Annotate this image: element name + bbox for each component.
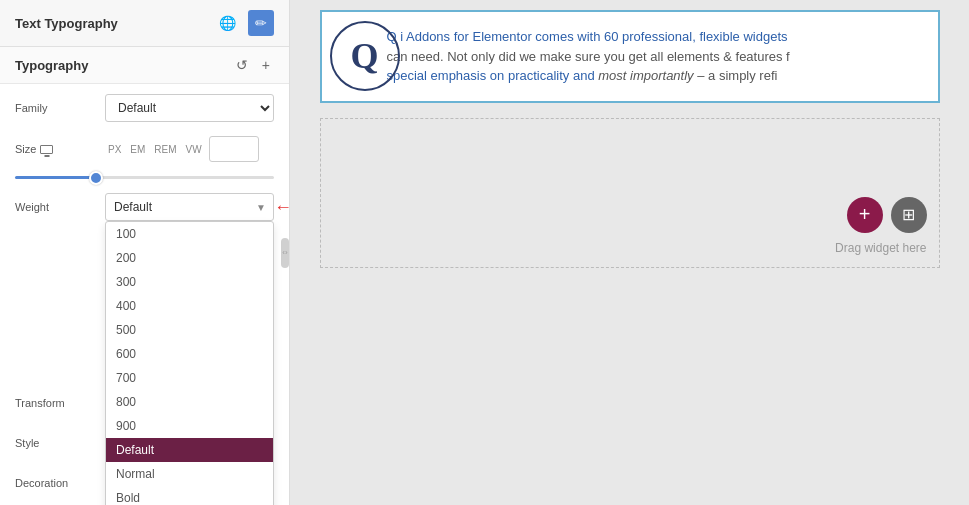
weight-wrapper: Default ▼ 100 200 300 400 500 600 700 80… bbox=[105, 193, 274, 221]
weight-item-bold[interactable]: Bold bbox=[106, 486, 273, 505]
style-label: Style bbox=[15, 437, 105, 449]
weight-item-300[interactable]: 300 bbox=[106, 270, 273, 294]
size-input[interactable] bbox=[209, 136, 259, 162]
panel-resize-handle[interactable]: ‹› bbox=[281, 0, 289, 505]
transform-label: Transform bbox=[15, 397, 105, 409]
typography-actions: ↺ + bbox=[232, 55, 274, 75]
add-icon: + bbox=[859, 203, 871, 226]
size-responsive-icon bbox=[40, 145, 53, 154]
add-typography-button[interactable]: + bbox=[258, 55, 274, 75]
weight-item-100[interactable]: 100 bbox=[106, 222, 273, 246]
weight-item-default[interactable]: Default bbox=[106, 438, 273, 462]
typography-section-header: Typography ↺ + bbox=[0, 47, 289, 84]
add-section-button[interactable]: ⊞ bbox=[891, 197, 927, 233]
add-element-button[interactable]: + bbox=[847, 197, 883, 233]
size-unit-vw[interactable]: VW bbox=[183, 142, 205, 157]
size-units: PX EM REM VW bbox=[105, 142, 205, 157]
decoration-label: Decoration bbox=[15, 477, 105, 489]
widget-text-line3: special emphasis on practicality and mos… bbox=[387, 66, 790, 86]
weight-item-normal[interactable]: Normal bbox=[106, 462, 273, 486]
size-control: PX EM REM VW bbox=[105, 136, 274, 162]
widget-text-italic: most importantly bbox=[598, 68, 693, 83]
family-row: Family Default Arial Georgia bbox=[15, 94, 274, 122]
widget-text-normal1: can need. Not only did we make sure you … bbox=[387, 49, 790, 64]
pencil-icon: ✏ bbox=[255, 15, 267, 31]
size-label: Size bbox=[15, 143, 36, 155]
weight-dropdown-menu: 100 200 300 400 500 600 700 800 900 Defa… bbox=[105, 221, 274, 505]
weight-item-900[interactable]: 900 bbox=[106, 414, 273, 438]
widget-add-buttons: + ⊞ bbox=[847, 197, 927, 233]
weight-label: Weight bbox=[15, 201, 105, 213]
weight-control: Default ▼ 100 200 300 400 500 600 700 80… bbox=[105, 193, 274, 221]
size-label-wrapper: Size bbox=[15, 143, 105, 155]
size-unit-px[interactable]: PX bbox=[105, 142, 124, 157]
typography-section-title: Typography bbox=[15, 58, 88, 73]
size-unit-em[interactable]: EM bbox=[127, 142, 148, 157]
left-panel: Text Typography 🌐 ✏ Typography ↺ + Famil… bbox=[0, 0, 290, 505]
panel-header-icons: 🌐 ✏ bbox=[214, 10, 274, 36]
widget-q-letter: Q bbox=[350, 38, 378, 74]
divider-handle-icon: ‹› bbox=[281, 238, 289, 268]
globe-icon: 🌐 bbox=[219, 15, 236, 31]
weight-item-500[interactable]: 500 bbox=[106, 318, 273, 342]
widget-q-circle: Q bbox=[330, 21, 400, 91]
weight-item-700[interactable]: 700 bbox=[106, 366, 273, 390]
pencil-button[interactable]: ✏ bbox=[248, 10, 274, 36]
size-slider[interactable] bbox=[15, 176, 274, 179]
right-canvas: Q Q i Addons for Elementor comes with 60… bbox=[290, 0, 969, 505]
widget-text-colored1: Q i Addons for Elementor comes with 60 p… bbox=[387, 29, 788, 44]
family-label: Family bbox=[15, 102, 105, 114]
weight-item-600[interactable]: 600 bbox=[106, 342, 273, 366]
widget-text-line2: can need. Not only did we make sure you … bbox=[387, 47, 790, 67]
controls-area: Family Default Arial Georgia Size PX EM … bbox=[0, 84, 289, 505]
size-unit-rem[interactable]: REM bbox=[151, 142, 179, 157]
widget-text-end: – a simply refi bbox=[697, 68, 777, 83]
weight-select[interactable]: Default bbox=[105, 193, 274, 221]
widget-text-line1: Q i Addons for Elementor comes with 60 p… bbox=[387, 27, 790, 47]
weight-item-400[interactable]: 400 bbox=[106, 294, 273, 318]
family-control: Default Arial Georgia bbox=[105, 94, 274, 122]
drag-widget-text: Drag widget here bbox=[835, 241, 926, 255]
size-row: Size PX EM REM VW bbox=[15, 136, 274, 162]
size-slider-row bbox=[15, 176, 274, 179]
weight-row: Weight Default ▼ 100 200 300 400 500 600 bbox=[15, 193, 274, 221]
family-select[interactable]: Default Arial Georgia bbox=[105, 94, 274, 122]
widget-text-content: Q i Addons for Elementor comes with 60 p… bbox=[387, 27, 790, 86]
grid-icon: ⊞ bbox=[902, 205, 915, 224]
weight-item-200[interactable]: 200 bbox=[106, 246, 273, 270]
widget-text-colored2: special emphasis on practicality and bbox=[387, 68, 599, 83]
panel-header-title: Text Typography bbox=[15, 16, 118, 31]
globe-button[interactable]: 🌐 bbox=[214, 10, 240, 36]
text-widget: Q Q i Addons for Elementor comes with 60… bbox=[320, 10, 940, 103]
refresh-button[interactable]: ↺ bbox=[232, 55, 252, 75]
drop-zone: + ⊞ Drag widget here bbox=[320, 118, 940, 268]
panel-header: Text Typography 🌐 ✏ bbox=[0, 0, 289, 47]
weight-item-800[interactable]: 800 bbox=[106, 390, 273, 414]
